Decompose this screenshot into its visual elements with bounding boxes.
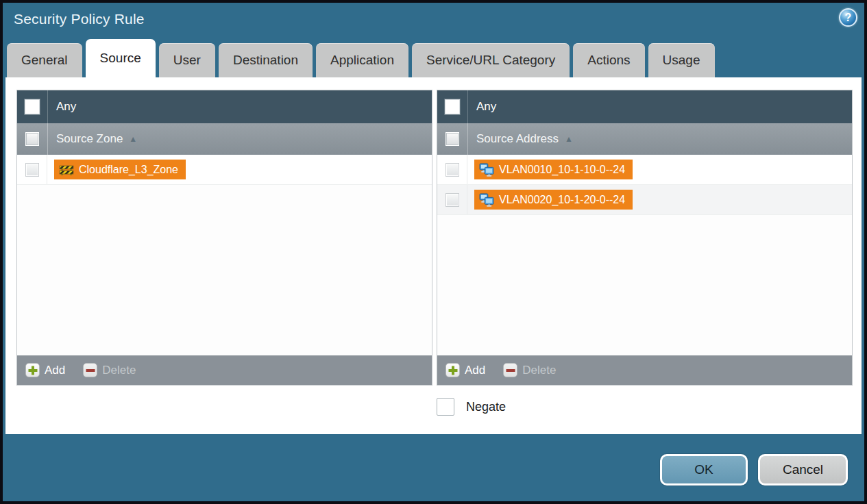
source-address-add-button[interactable]: Add [445, 363, 485, 377]
add-plus-icon [445, 363, 460, 377]
source-zone-any-label-cell: Any [47, 90, 432, 123]
source-zone-delete-button[interactable]: Delete [83, 363, 136, 377]
source-zone-column-header: Source Zone ▲ [17, 123, 432, 155]
address-group-icon [479, 163, 494, 177]
source-zone-list: Cloudflare_L3_Zone [17, 155, 432, 355]
source-address-any-checkbox-cell [437, 90, 467, 123]
source-zone-add-button[interactable]: Add [25, 363, 65, 377]
source-address-row[interactable]: VLAN0020_10-1-20-0--24 [437, 185, 852, 215]
delete-button-label: Delete [522, 364, 556, 377]
add-plus-icon [25, 363, 40, 377]
tab-application[interactable]: Application [316, 43, 408, 77]
source-address-list: VLAN0010_10-1-10-0--24 [437, 155, 852, 355]
source-zone-any-checkbox-cell [17, 90, 47, 123]
page-title: Security Policy Rule [14, 11, 145, 27]
address-name: VLAN0010_10-1-10-0--24 [499, 164, 625, 176]
delete-button-label: Delete [102, 364, 136, 377]
zone-value-chip[interactable]: Cloudflare_L3_Zone [54, 160, 186, 179]
source-zone-footer: Add Delete [17, 355, 432, 385]
tab-actions[interactable]: Actions [573, 43, 644, 77]
zone-icon [59, 164, 74, 176]
source-address-column-header: Source Address ▲ [437, 123, 852, 155]
source-zone-header-checkbox-cell [17, 123, 47, 155]
source-address-header-checkbox-cell [437, 123, 467, 155]
source-address-any-checkbox[interactable] [445, 99, 460, 114]
source-zone-any-checkbox[interactable] [25, 99, 40, 114]
address-value-chip[interactable]: VLAN0010_10-1-10-0--24 [474, 160, 633, 179]
address-group-icon [479, 193, 494, 207]
security-policy-rule-dialog: Security Policy Rule ? General Source Us… [0, 0, 867, 504]
sort-ascending-icon: ▲ [129, 134, 137, 144]
negate-label: Negate [466, 400, 506, 414]
source-zone-panel: Any Source Zone ▲ [16, 90, 432, 386]
delete-minus-icon [83, 363, 97, 377]
address-name: VLAN0020_10-1-20-0--24 [499, 194, 625, 206]
tab-bar: General Source User Destination Applicat… [7, 43, 715, 77]
source-address-select-all-checkbox[interactable] [445, 132, 459, 146]
zone-name: Cloudflare_L3_Zone [79, 164, 178, 176]
source-address-panel: Any Source Address ▲ [437, 90, 853, 386]
source-address-any-label: Any [476, 100, 496, 114]
source-address-row-checkbox-cell [437, 185, 467, 214]
source-address-row-checkbox[interactable] [445, 193, 459, 207]
source-zone-row[interactable]: Cloudflare_L3_Zone [17, 155, 432, 185]
add-button-label: Add [45, 364, 65, 377]
add-button-label: Add [465, 364, 485, 377]
sort-ascending-icon: ▲ [565, 134, 573, 144]
ok-button[interactable]: OK [660, 454, 748, 486]
source-address-row-checkbox[interactable] [445, 163, 459, 177]
source-address-row-checkbox-cell [437, 155, 467, 184]
source-address-sort-header[interactable]: Source Address ▲ [467, 123, 852, 155]
source-zone-any-label: Any [56, 100, 76, 114]
source-address-any-label-cell: Any [467, 90, 852, 123]
tab-user[interactable]: User [159, 43, 215, 77]
source-zone-any-header: Any [17, 90, 432, 123]
tab-usage[interactable]: Usage [648, 43, 715, 77]
source-address-row[interactable]: VLAN0010_10-1-10-0--24 [437, 155, 852, 185]
negate-option: Negate [437, 398, 506, 416]
source-address-delete-button[interactable]: Delete [503, 363, 556, 377]
question-mark-glyph: ? [845, 12, 852, 24]
cancel-button[interactable]: Cancel [758, 454, 848, 486]
source-zone-select-all-checkbox[interactable] [25, 132, 39, 146]
delete-minus-icon [503, 363, 517, 377]
negate-checkbox[interactable] [437, 398, 454, 416]
tab-general[interactable]: General [7, 43, 82, 77]
source-address-footer: Add Delete [437, 355, 852, 385]
help-icon[interactable]: ? [839, 8, 857, 27]
source-zone-column-label: Source Zone [56, 132, 123, 146]
source-zone-row-checkbox[interactable] [25, 163, 39, 177]
source-address-column-label: Source Address [476, 132, 559, 146]
source-address-any-header: Any [437, 90, 852, 123]
source-zone-row-checkbox-cell [17, 155, 47, 184]
tab-source[interactable]: Source [86, 39, 156, 77]
address-value-chip[interactable]: VLAN0020_10-1-20-0--24 [474, 190, 633, 210]
source-zone-sort-header[interactable]: Source Zone ▲ [47, 123, 432, 155]
tab-destination[interactable]: Destination [219, 43, 313, 77]
source-tab-content: Any Source Zone ▲ [5, 77, 862, 434]
tab-service-url-category[interactable]: Service/URL Category [412, 43, 570, 77]
